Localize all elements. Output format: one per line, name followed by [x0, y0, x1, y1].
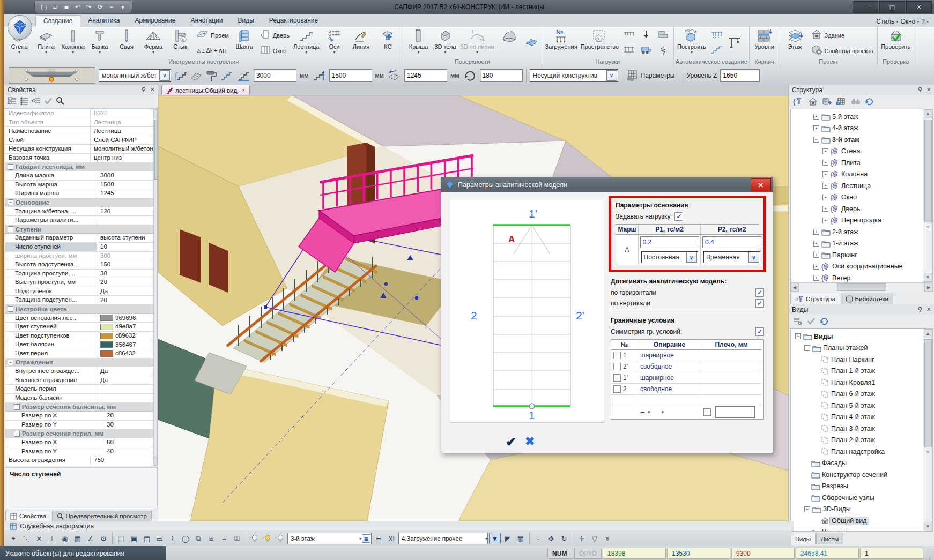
chevron-down-icon[interactable]: ▾ [359, 536, 361, 541]
save-icon[interactable]: ▣ [62, 3, 71, 11]
expand-icon[interactable]: + [813, 252, 819, 258]
property-row[interactable]: Высота марша1500 [5, 181, 153, 190]
expand-icon[interactable]: + [822, 218, 828, 223]
bc-extra-checkbox[interactable] [703, 408, 711, 416]
property-row[interactable]: Толщина подступен...20 [5, 296, 153, 305]
property-row[interactable]: Размер по X20 [5, 412, 153, 421]
Плита-button[interactable]: Плита▾ [33, 27, 60, 55]
property-row[interactable]: Тип объектаЛестница [5, 118, 153, 128]
structure-item[interactable]: +{Плита [791, 157, 923, 169]
property-value[interactable]: Да [97, 376, 153, 385]
property-value[interactable]: 8323 [91, 109, 153, 118]
Дверь-button[interactable]: Дверь [259, 29, 291, 41]
rotation-angle-input[interactable] [480, 69, 523, 82]
property-row[interactable]: Цвет подступенковc89632 [5, 332, 153, 341]
ribbon-tab-5[interactable]: Виды [230, 15, 261, 27]
ribbon-tab-6[interactable]: Редактирование [262, 15, 325, 27]
property-value[interactable]: 3000 [97, 171, 153, 180]
confirm-icon[interactable]: ✔ [506, 435, 516, 450]
bc-support-cell[interactable]: шарнирное [638, 350, 701, 361]
property-row[interactable]: НаименованиеЛестница [5, 127, 153, 136]
property-value[interactable]: 356467 [97, 340, 153, 349]
service-info-bar[interactable]: Служебная информация [4, 521, 794, 531]
Окно-button[interactable]: Окно [259, 45, 291, 57]
bc-arm-cell[interactable] [701, 350, 761, 361]
structure-scrollbar[interactable]: ▲≡▼ [923, 109, 932, 282]
chevron-down-icon[interactable]: ▾ [444, 50, 446, 55]
structure-item[interactable]: +{Окно [791, 192, 923, 204]
property-value[interactable]: c89632 [97, 332, 153, 340]
auto-stairs-icon-button[interactable] [709, 45, 725, 57]
views-item[interactable]: План Паркинг [791, 354, 923, 365]
property-value[interactable]: 150 [97, 260, 153, 269]
pin-icon[interactable]: ⚲ [918, 306, 922, 313]
property-row[interactable]: Внутреннее огражде...Да [5, 367, 153, 376]
apply2-icon[interactable]: · [532, 533, 544, 544]
refresh-icon[interactable] [865, 97, 873, 107]
funnel-icon[interactable]: ▽ [589, 533, 601, 544]
structure-item[interactable]: +{Оси координационные [791, 261, 923, 273]
property-row[interactable]: Высота ограждения750 [5, 456, 153, 465]
modified-icon[interactable] [32, 96, 41, 107]
home-icon[interactable] [808, 97, 818, 107]
property-value[interactable]: высота ступени [97, 234, 153, 242]
views-item[interactable]: План 2-й этаж [791, 435, 923, 446]
snap-endpoint-icon[interactable]: ⌖ [8, 533, 19, 544]
copy-icon[interactable]: ▣ [128, 533, 140, 544]
scroll-up-icon[interactable]: ▲ [154, 109, 158, 118]
bc-arm-input[interactable] [715, 406, 755, 418]
property-row[interactable]: Ширина марша1245 [5, 189, 153, 198]
Загружения-button[interactable]: №Загружения [544, 27, 579, 50]
property-row[interactable]: Выступ проступи, мм20 [5, 278, 153, 287]
Уровни-button[interactable]: Уровни [751, 27, 778, 50]
p1-type-select[interactable]: Постоянная∨ [641, 251, 698, 263]
base-point-preview[interactable] [9, 67, 95, 84]
snap-settings-icon[interactable]: ⚙ [98, 533, 109, 544]
ungroup-icon[interactable]: ⧈ [205, 533, 217, 544]
snap-grid-icon[interactable]: ▦ [72, 533, 84, 544]
bc-support-cell[interactable]: шарнирное [638, 372, 701, 384]
group-icon[interactable]: ⧉ [192, 533, 204, 544]
property-row[interactable]: ширина проступи, мм300 [5, 252, 153, 261]
ribbon-tab-1[interactable]: Создание [35, 15, 80, 27]
list-icon[interactable] [20, 96, 29, 107]
property-row[interactable]: Модель балясин [5, 394, 153, 403]
app-logo-icon[interactable] [8, 15, 32, 40]
property-value[interactable]: Слой САПФИР [91, 136, 153, 145]
Проверить-button[interactable]: Проверить [879, 27, 912, 50]
bc-row-checkbox[interactable] [613, 352, 621, 359]
bc-support-type-select[interactable]: ⌐▼▼ [638, 405, 701, 419]
views-item[interactable]: План надстройка [791, 446, 923, 458]
redo-icon[interactable]: ↷ [84, 3, 94, 11]
march-length-input[interactable] [254, 69, 296, 82]
shell-icon-button[interactable] [524, 37, 539, 49]
structure-item[interactable]: +Паркинг [791, 249, 923, 261]
layers-stack-icon[interactable]: ≣ [362, 534, 370, 543]
menu-окно[interactable]: Окно▾ [900, 18, 919, 25]
views-item[interactable]: Чертежи [791, 527, 923, 532]
Линия-button[interactable]: Линия [347, 27, 374, 50]
property-row[interactable]: Толщина ж/бетона, ...120 [5, 207, 153, 216]
collapse-icon[interactable]: − [14, 431, 20, 437]
table-filter-icon[interactable]: ▦ [515, 533, 527, 544]
stretch-horizontal-checkbox[interactable]: ✓ [755, 288, 764, 297]
property-row[interactable]: Внешнее ограждениеДа [5, 376, 153, 385]
property-value[interactable]: Да [97, 367, 153, 376]
property-row[interactable]: Цвет основания лес...969696 [5, 314, 153, 323]
apply-icon[interactable] [44, 96, 53, 107]
property-group-header[interactable]: −Габарит лестницы, мм [5, 163, 153, 172]
chevron-down-icon[interactable]: ▾ [18, 50, 20, 55]
property-value[interactable]: 1245 [97, 189, 153, 198]
views-item[interactable]: Разрезы [791, 481, 923, 492]
view-tab[interactable]: лестницы:Общий вид × [161, 85, 250, 95]
property-value[interactable]: Лестница [91, 127, 153, 136]
property-group-header[interactable]: −Размер сечения балясины, мм [5, 403, 153, 412]
structure-item[interactable]: +{Ветер [791, 272, 923, 282]
bc-row-checkbox[interactable] [613, 363, 621, 370]
properties-scrollbar[interactable]: ▲ ▼ [153, 109, 158, 466]
binoculars-icon[interactable] [851, 98, 861, 107]
cancel-icon[interactable]: ✖ [525, 435, 535, 450]
scroll-down-icon[interactable]: ▼ [154, 457, 158, 466]
property-value[interactable]: 20 [97, 296, 153, 304]
expand-icon[interactable]: + [822, 206, 828, 212]
